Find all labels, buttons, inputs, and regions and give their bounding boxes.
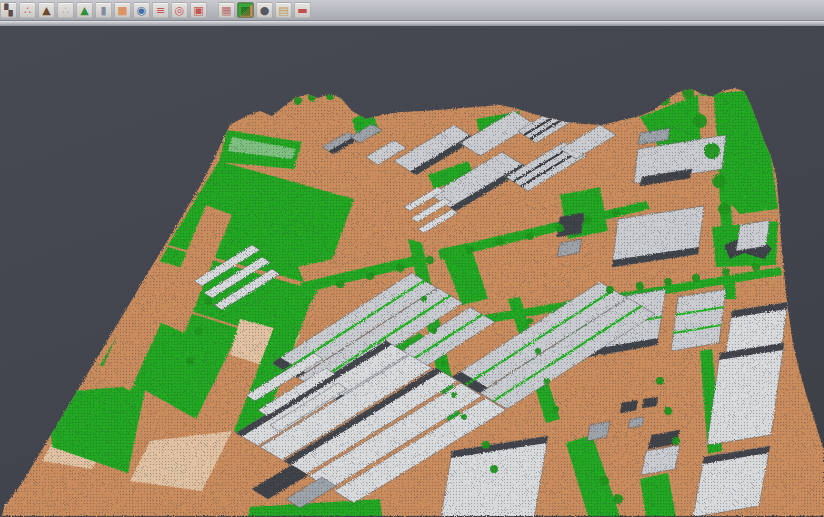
glyph: ◉ (137, 5, 147, 16)
export-icon[interactable]: ▤ (275, 2, 292, 18)
glyph: ▚ (4, 5, 12, 16)
app-window: { "toolbar": { "icons": [ {"name":"regis… (0, 0, 824, 517)
globe-icon[interactable]: ◉ (133, 2, 150, 18)
classified-point-cloud (0, 26, 824, 517)
registration-icon[interactable]: ▚ (0, 2, 17, 18)
glyph: ▤ (278, 5, 288, 16)
glyph: ● (260, 5, 270, 16)
glyph: ◎ (175, 5, 185, 16)
glyph: ▦ (221, 5, 231, 16)
surface-icon[interactable]: ▲ (76, 2, 93, 18)
pick-point-icon[interactable]: ∴ (57, 2, 74, 18)
viewport-3d[interactable] (0, 26, 824, 517)
align-points-icon[interactable]: ∴ (19, 2, 36, 18)
point-sampling-texture (0, 26, 824, 517)
raster-icon[interactable]: ▦ (218, 2, 235, 18)
orthophoto-icon[interactable]: ■ (114, 2, 131, 18)
glyph: ▮ (100, 5, 106, 16)
contours-icon[interactable]: ≡ (152, 2, 169, 18)
glyph: ■ (117, 5, 127, 16)
bounds-icon[interactable]: ▣ (190, 2, 207, 18)
profile-icon[interactable]: ▮ (95, 2, 112, 18)
glyph: ≡ (156, 5, 165, 16)
glyph: ▬ (297, 5, 307, 16)
glyph: ▩ (240, 5, 250, 16)
glyph: ▣ (193, 5, 203, 16)
glyph: ▲ (80, 5, 88, 16)
toolbar: ▚∴▲∴▲▮■◉≡◎▣▦▩●▤▬ (0, 0, 824, 21)
snapshot-icon[interactable]: ● (256, 2, 273, 18)
glyph: ∴ (62, 5, 69, 16)
target-icon[interactable]: ◎ (171, 2, 188, 18)
glyph: ∴ (24, 5, 31, 16)
glyph: ▲ (42, 5, 50, 16)
point-cloud-render (0, 26, 824, 517)
terrain-model-icon[interactable]: ▲ (38, 2, 55, 18)
classification-icon[interactable]: ▩ (237, 2, 254, 18)
ruler-icon[interactable]: ▬ (294, 2, 311, 18)
